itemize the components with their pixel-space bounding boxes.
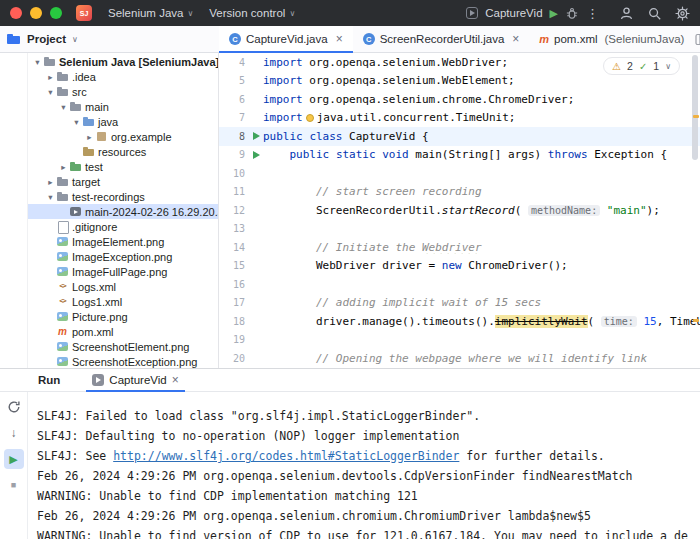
tree-item[interactable]: .gitignore bbox=[28, 219, 218, 234]
collaborate-user-icon[interactable] bbox=[619, 6, 634, 21]
tree-item[interactable]: ▸target bbox=[28, 174, 218, 189]
tree-expand-icon[interactable]: ▾ bbox=[58, 102, 69, 112]
minimize-window-button[interactable] bbox=[30, 7, 42, 19]
settings-gear-icon[interactable] bbox=[675, 6, 690, 21]
code-line[interactable]: 20 // Opening the webpage where we will … bbox=[219, 349, 700, 368]
tree-expand-icon[interactable]: ▸ bbox=[58, 162, 69, 172]
file-icon bbox=[56, 220, 69, 233]
run-config-icon bbox=[466, 7, 478, 19]
tree-item[interactable]: ScreenshotElement.png bbox=[28, 339, 218, 354]
line-number: 7 bbox=[219, 112, 249, 123]
folder-res-icon bbox=[82, 145, 95, 158]
tree-item[interactable]: ImageElement.png bbox=[28, 234, 218, 249]
version-control-menu[interactable]: Version control ∨ bbox=[201, 3, 303, 23]
run-panel-title[interactable]: Run bbox=[38, 374, 60, 386]
code-line[interactable]: 12 ScreenRecorderUtil.startRecord( metho… bbox=[219, 201, 700, 220]
tree-item[interactable]: Picture.png bbox=[28, 309, 218, 324]
editor-pane[interactable]: 4import org.openqa.selenium.WebDriver;5i… bbox=[219, 53, 700, 368]
run-gutter-icon[interactable] bbox=[249, 132, 263, 140]
tree-item[interactable]: mpom.xml bbox=[28, 324, 218, 339]
tree-item[interactable]: ImageFullPage.png bbox=[28, 264, 218, 279]
tree-item[interactable]: ▾java bbox=[28, 114, 218, 129]
run-gutter-icon[interactable] bbox=[249, 151, 263, 159]
rerun-button[interactable] bbox=[4, 397, 24, 417]
image-icon bbox=[56, 310, 69, 323]
more-actions-icon[interactable]: ⋮ bbox=[586, 7, 599, 20]
editor-scrollbar[interactable] bbox=[690, 53, 700, 368]
code-line[interactable]: 18 driver.manage().timeouts().implicitly… bbox=[219, 312, 700, 331]
tree-expand-icon[interactable]: ▾ bbox=[45, 192, 56, 202]
check-icon: ✓ bbox=[639, 61, 647, 72]
code-line[interactable]: 6import org.openqa.selenium.chrome.Chrom… bbox=[219, 90, 700, 109]
tree-item-label: main-2024-02-26 16.29.20.avi bbox=[85, 206, 218, 218]
console-line: SLF4J: Defaulting to no-operation (NOP) … bbox=[37, 426, 700, 446]
code-text: public class CaptureVid { bbox=[263, 130, 700, 143]
folder-icon bbox=[69, 100, 82, 113]
code-line[interactable]: 17 // adding implicit wait of 15 secs bbox=[219, 294, 700, 313]
code-line[interactable]: 10 bbox=[219, 164, 700, 183]
tree-item[interactable]: ▾src bbox=[28, 84, 218, 99]
tree-item[interactable]: ▸test bbox=[28, 159, 218, 174]
tree-expand-icon[interactable]: ▸ bbox=[45, 72, 56, 82]
code-line[interactable]: 14 // Initiate the Webdriver bbox=[219, 238, 700, 257]
tree-item[interactable]: ▾test-recordings bbox=[28, 189, 218, 204]
scroll-down-button[interactable]: ↓ bbox=[4, 423, 24, 443]
scrollbar-thumb[interactable] bbox=[692, 55, 698, 160]
inspections-widget[interactable]: ⚠ 2 ✓ 1 ∨ bbox=[603, 57, 680, 75]
project-folder-icon[interactable] bbox=[7, 33, 21, 45]
close-icon[interactable]: × bbox=[172, 373, 179, 387]
tab-pom-xml[interactable]: m pom.xml (SeleniumJava) bbox=[529, 26, 694, 52]
tree-expand-icon[interactable]: ▾ bbox=[32, 57, 43, 67]
tree-item[interactable]: ▾main bbox=[28, 99, 218, 114]
close-window-button[interactable] bbox=[10, 7, 22, 19]
tree-item[interactable]: main-2024-02-26 16.29.20.avi bbox=[28, 204, 218, 219]
chevron-down-icon: ∨ bbox=[289, 9, 295, 18]
tree-expand-icon[interactable]: ▸ bbox=[84, 132, 95, 142]
tab-capturevid[interactable]: C CaptureVid.java × bbox=[219, 26, 353, 52]
run-icon bbox=[253, 151, 260, 159]
tree-item[interactable]: ▾Selenium Java [SeleniumJava]~/IdeaProj bbox=[28, 54, 218, 69]
warning-stripe-mark[interactable] bbox=[693, 319, 699, 322]
project-tool-window-header[interactable]: Project ∨ bbox=[0, 26, 219, 52]
zoom-window-button[interactable] bbox=[50, 7, 62, 19]
console-toolbar: ↓ ▶ ■ bbox=[0, 392, 28, 539]
tree-item[interactable]: ScreenshotException.png bbox=[28, 354, 218, 368]
run-button[interactable]: ▶ bbox=[550, 8, 558, 19]
run-tab-label: CaptureVid bbox=[109, 374, 166, 386]
code-line[interactable]: 16 bbox=[219, 275, 700, 294]
console-output[interactable]: SLF4J: Failed to load class "org.slf4j.i… bbox=[28, 392, 700, 539]
code-line[interactable]: 13 bbox=[219, 220, 700, 239]
tree-item[interactable]: ▸org.example bbox=[28, 129, 218, 144]
warning-stripe-mark[interactable] bbox=[693, 115, 699, 118]
editor-code: 4import org.openqa.selenium.WebDriver;5i… bbox=[219, 53, 700, 368]
search-icon[interactable] bbox=[647, 6, 662, 21]
tree-expand-icon[interactable]: ▾ bbox=[71, 117, 82, 127]
close-icon[interactable]: × bbox=[512, 32, 519, 46]
code-text: ScreenRecorderUtil.startRecord( methodNa… bbox=[263, 204, 700, 217]
tree-expand-icon[interactable]: ▾ bbox=[45, 87, 56, 97]
project-menu[interactable]: Selenium Java ∨ bbox=[100, 3, 201, 23]
code-line[interactable]: 19 bbox=[219, 331, 700, 350]
layout-icon[interactable] bbox=[694, 32, 700, 47]
run-tool-button[interactable]: ▶ bbox=[4, 449, 24, 469]
stop-button[interactable]: ■ bbox=[4, 475, 24, 495]
tree-expand-icon[interactable]: ▸ bbox=[45, 177, 56, 187]
run-tab-capturevid[interactable]: CaptureVid × bbox=[86, 369, 184, 391]
tree-item[interactable]: resources bbox=[28, 144, 218, 159]
code-line[interactable]: 7importjava.util.concurrent.TimeUnit; bbox=[219, 109, 700, 128]
tree-item[interactable]: <>Logs1.xml bbox=[28, 294, 218, 309]
code-line[interactable]: 15 WebDriver driver = new ChromeDriver()… bbox=[219, 257, 700, 276]
code-line[interactable]: 9 public static void main(String[] args)… bbox=[219, 146, 700, 165]
code-line[interactable]: 11 // start screen recording bbox=[219, 183, 700, 202]
tab-screenrecorderutil[interactable]: C ScreenRecorderUtil.java × bbox=[353, 26, 530, 52]
line-number: 5 bbox=[219, 75, 249, 86]
run-config-name[interactable]: CaptureVid bbox=[485, 7, 542, 19]
debug-icon[interactable] bbox=[565, 6, 579, 21]
close-icon[interactable]: × bbox=[336, 32, 343, 46]
tree-item[interactable]: ImageException.png bbox=[28, 249, 218, 264]
code-line[interactable]: 8public class CaptureVid { bbox=[219, 127, 700, 146]
code-text: // adding implicit wait of 15 secs bbox=[263, 296, 700, 309]
tree-item[interactable]: ▸.idea bbox=[28, 69, 218, 84]
console-link[interactable]: http://www.slf4j.org/codes.html#StaticLo… bbox=[113, 449, 459, 463]
tree-item[interactable]: <>Logs.xml bbox=[28, 279, 218, 294]
